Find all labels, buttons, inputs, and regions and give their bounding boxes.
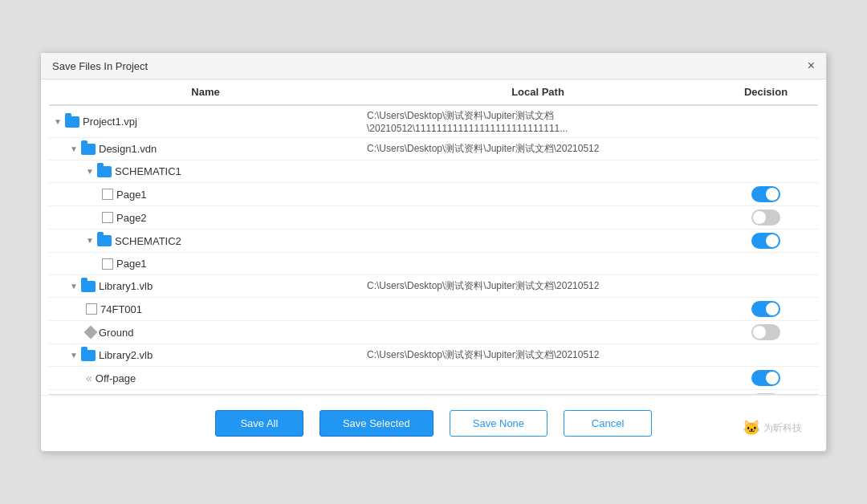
table-row: ▼SCHEMATIC2 <box>49 230 818 253</box>
expand-chevron-icon[interactable]: ▼ <box>70 145 78 153</box>
toggle-slider <box>751 186 780 202</box>
decision-toggle[interactable] <box>751 324 780 340</box>
item-name-label: Project1.vpj <box>83 116 137 128</box>
dialog-footer-wrap: Save All Save Selected Save None Cancel … <box>41 395 826 451</box>
expand-chevron-icon[interactable]: ▼ <box>70 352 78 360</box>
decision-toggle[interactable] <box>751 233 780 249</box>
table-row: ▼Project1.vpjC:\Users\Desktop\测试资料\Jupit… <box>49 106 818 138</box>
tree-cell-name: Page1 <box>49 185 362 204</box>
cancel-button[interactable]: Cancel <box>564 410 652 437</box>
tree-cell-decision <box>714 283 818 290</box>
tree-cell-name: ▼Library2.vlb <box>49 346 362 364</box>
header-decision: Decision <box>714 86 818 98</box>
file-dquote-icon: « <box>86 372 92 384</box>
dialog-footer: Save All Save Selected Save None Cancel <box>41 395 826 451</box>
tree-cell-decision <box>714 183 818 205</box>
tree-cell-decision <box>714 169 818 175</box>
file-square-icon <box>102 258 113 270</box>
watermark-text: 为昕科技 <box>763 421 802 435</box>
tree-cell-decision <box>714 146 818 152</box>
expand-chevron-icon[interactable]: ▼ <box>54 118 62 126</box>
tree-cell-path: C:\Users\Desktop\测试资料\Jupiter测试文档\202105… <box>362 139 714 159</box>
tree-cell-path <box>362 329 714 335</box>
expand-chevron-icon[interactable]: ▼ <box>86 168 94 176</box>
decision-toggle[interactable] <box>751 209 780 226</box>
decision-toggle[interactable] <box>751 186 780 202</box>
folder-icon <box>97 166 112 177</box>
item-name-label: SCHEMATIC2 <box>115 235 181 247</box>
watermark: 🐱 为昕科技 <box>743 419 802 437</box>
tree-cell-decision <box>714 206 818 229</box>
folder-icon <box>65 116 79 128</box>
table-header: Name Local Path Decision <box>49 79 818 106</box>
tree-cell-path <box>362 238 714 244</box>
table-row: Page2 <box>49 206 818 230</box>
item-name-label: Page1 <box>116 258 147 270</box>
expand-chevron-icon[interactable]: ▼ <box>86 237 94 245</box>
toggle-slider <box>751 233 780 249</box>
item-name-label: Off-page <box>96 372 136 384</box>
table-row: ▼Design1.vdnC:\Users\Desktop\测试资料\Jupite… <box>49 138 818 161</box>
file-diamond-icon <box>84 326 98 339</box>
tree-cell-decision <box>714 298 818 320</box>
file-square-icon <box>102 189 113 200</box>
tree-cell-name: ▼SCHEMATIC1 <box>49 162 362 181</box>
toggle-slider <box>751 370 780 386</box>
decision-toggle[interactable] <box>751 370 780 386</box>
tree-cell-name: ▼SCHEMATIC2 <box>49 232 362 250</box>
dialog-title-bar: Save Files In Project × <box>41 53 826 79</box>
header-local-path: Local Path <box>362 86 714 98</box>
item-name-label: SCHEMATIC1 <box>115 165 181 177</box>
toggle-slider <box>751 209 780 226</box>
item-name-label: 74FT001 <box>100 303 142 315</box>
tree-cell-path: C:\Users\Desktop\测试资料\Jupiter测试文档\202105… <box>362 106 714 137</box>
toggle-slider <box>751 301 780 317</box>
table-row: Page1 <box>49 183 818 206</box>
tree-cell-name: 74FT001 <box>49 300 362 319</box>
item-name-label: Page2 <box>116 212 147 224</box>
folder-icon <box>81 144 96 155</box>
dialog-title: Save Files In Project <box>52 60 148 72</box>
tree-cell-decision <box>714 321 818 343</box>
tree-cell-name: «Off-page <box>49 368 362 388</box>
table-row: «Off-page <box>49 367 818 390</box>
save-selected-button[interactable]: Save Selected <box>320 410 434 437</box>
decision-toggle[interactable] <box>751 301 780 317</box>
tree-cell-path: C:\Users\Desktop\测试资料\Jupiter测试文档\202105… <box>362 345 714 365</box>
file-square-icon <box>102 212 113 223</box>
file-square-icon <box>86 303 97 315</box>
table-body[interactable]: ▼Project1.vpjC:\Users\Desktop\测试资料\Jupit… <box>49 106 818 395</box>
tree-cell-name: ▼Design1.vdn <box>49 140 362 158</box>
tree-cell-path <box>362 169 714 175</box>
tree-cell-name: Ground <box>49 323 362 342</box>
close-button[interactable]: × <box>808 59 815 72</box>
expand-chevron-icon[interactable]: ▼ <box>70 282 78 291</box>
toggle-slider <box>751 324 780 340</box>
tree-cell-path <box>362 306 714 312</box>
item-name-label: Library2.vlb <box>99 349 153 361</box>
header-name: Name <box>49 86 362 98</box>
item-name-label: Ground <box>99 327 133 339</box>
tree-cell-name: Page2 <box>49 209 362 227</box>
tree-cell-path <box>362 214 714 221</box>
item-name-label: Library1.vlb <box>99 280 153 292</box>
tree-cell-decision <box>714 352 818 359</box>
folder-icon <box>97 235 112 246</box>
table-row: ▼Library2.vlbC:\Users\Desktop\测试资料\Jupit… <box>49 344 818 367</box>
save-files-dialog: Save Files In Project × Name Local Path … <box>40 52 827 452</box>
table-row: ▼SCHEMATIC1 <box>49 161 818 183</box>
save-all-button[interactable]: Save All <box>215 410 303 437</box>
tree-cell-decision <box>714 230 818 252</box>
table-row: ▼Library1.vlbC:\Users\Desktop\测试资料\Jupit… <box>49 275 818 298</box>
tree-cell-decision <box>714 119 818 125</box>
tree-cell-path <box>362 375 714 381</box>
folder-icon <box>81 281 96 292</box>
table-row: Ground <box>49 321 818 344</box>
item-name-label: Page1 <box>116 189 147 201</box>
tree-cell-name: ▼Library1.vlb <box>49 277 362 295</box>
tree-cell-path <box>362 261 714 267</box>
tree-cell-name: ▼Project1.vpj <box>49 112 362 131</box>
table-row: Page1 <box>49 253 818 275</box>
tree-cell-decision <box>714 261 818 267</box>
save-none-button[interactable]: Save None <box>450 410 547 437</box>
